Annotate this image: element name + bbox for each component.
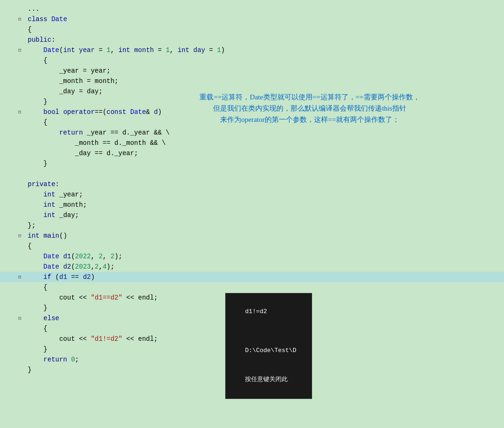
gutter — [0, 169, 26, 179]
gutter: ⊟ — [0, 272, 26, 282]
gutter — [0, 354, 26, 365]
gutter — [0, 24, 26, 35]
code-line: ... — [0, 4, 504, 14]
line-content: } — [26, 158, 504, 169]
line-content: Date(int year = 1, int month = 1, int da… — [26, 45, 504, 55]
gutter: ⊟ — [0, 107, 26, 117]
line-content: _year = year; — [26, 66, 504, 76]
annotation-bubble: 重载==运算符，Date类型就可以使用==运算符了，==需要两个操作数， 但是我… — [127, 91, 493, 125]
code-line: }; — [0, 220, 504, 231]
fold-icon[interactable]: ⊟ — [16, 274, 23, 280]
line-content: int _month; — [26, 200, 504, 210]
line-content: if (d1 == d2) — [26, 272, 504, 282]
code-line: private: — [0, 179, 504, 189]
editor-container: ... ⊟ class Date { public: ⊟ Date(int ye… — [0, 0, 504, 428]
line-content: { — [26, 282, 504, 293]
gutter — [0, 4, 26, 14]
fold-icon[interactable]: ⊟ — [16, 233, 23, 239]
gutter: ⊟ — [0, 231, 26, 241]
tooltip-line3: D:\Code\Test\D — [245, 347, 296, 354]
annotation-line-1: 重载==运算符，Date类型就可以使用==运算符了，==需要两个操作数， — [127, 91, 493, 103]
annotation-line-2: 但是我们在类内实现的，那么默认编译器会帮我们传递this指针 — [127, 103, 493, 114]
line-content: { — [26, 24, 504, 35]
code-line: int _year; — [0, 189, 504, 200]
gutter — [0, 117, 26, 128]
code-line: } — [0, 158, 504, 169]
gutter — [0, 251, 26, 262]
code-line: ⊟ Date(int year = 1, int month = 1, int … — [0, 45, 504, 55]
fold-icon[interactable]: ⊟ — [16, 16, 23, 23]
line-content: _day == d._year; — [26, 148, 504, 158]
gutter — [0, 262, 26, 272]
gutter — [0, 241, 26, 251]
gutter — [0, 66, 26, 76]
gutter — [0, 179, 26, 189]
line-content: public: — [26, 35, 504, 45]
gutter — [0, 97, 26, 107]
code-line: _month = month; — [0, 76, 504, 86]
gutter — [0, 189, 26, 200]
gutter — [0, 76, 26, 86]
gutter — [0, 55, 26, 66]
code-line: Date d2(2023,2,4); — [0, 262, 504, 272]
code-line: _year = year; — [0, 66, 504, 76]
line-content: Date d1(2022, 2, 2); — [26, 251, 504, 262]
line-content: int main() — [26, 231, 504, 241]
gutter — [0, 35, 26, 45]
code-line — [0, 169, 504, 179]
code-line: ⊟ class Date — [0, 14, 504, 24]
gutter: ⊟ — [0, 313, 26, 323]
fold-icon[interactable]: ⊟ — [16, 315, 23, 322]
code-line: ⊟ int main() — [0, 231, 504, 241]
line-content: return _year == d._year && \ — [26, 128, 504, 138]
line-content: _month == d._month && \ — [26, 138, 504, 148]
code-line: Date d1(2022, 2, 2); — [0, 251, 504, 262]
gutter — [0, 128, 26, 138]
gutter — [0, 323, 26, 334]
code-line: _month == d._month && \ — [0, 138, 504, 148]
gutter — [0, 138, 26, 148]
gutter — [0, 200, 26, 210]
code-line: _day == d._year; — [0, 148, 504, 158]
gutter — [0, 158, 26, 169]
code-line: int _day; — [0, 210, 504, 220]
gutter: ⊟ — [0, 14, 26, 24]
code-line: { — [0, 282, 504, 293]
line-content: class Date — [26, 14, 504, 24]
code-line-highlighted: ⊟ if (d1 == d2) — [0, 272, 504, 282]
line-content: }; — [26, 220, 504, 231]
gutter — [0, 344, 26, 354]
gutter — [0, 210, 26, 220]
line-content: _month = month; — [26, 76, 504, 86]
gutter — [0, 303, 26, 313]
code-line: { — [0, 24, 504, 35]
code-line: { — [0, 55, 504, 66]
tooltip-box: d1!=d2 D:\Code\Test\D 按任意键关闭此 — [225, 293, 312, 399]
gutter: ⊟ — [0, 45, 26, 55]
annotation-line-3: 来作为operator的第一个参数，这样==就有两个操作数了； — [127, 114, 493, 125]
code-line: { — [0, 241, 504, 251]
line-content — [26, 169, 504, 179]
code-line: int _month; — [0, 200, 504, 210]
line-content: Date d2(2023,2,4); — [26, 262, 504, 272]
line-content: int _year; — [26, 189, 504, 200]
line-content: ... — [26, 4, 504, 14]
gutter — [0, 220, 26, 231]
gutter — [0, 293, 26, 303]
gutter — [0, 148, 26, 158]
gutter — [0, 86, 26, 97]
fold-icon[interactable]: ⊟ — [16, 109, 23, 115]
line-content: private: — [26, 179, 504, 189]
gutter — [0, 334, 26, 344]
gutter — [0, 365, 26, 375]
code-line: return _year == d._year && \ — [0, 128, 504, 138]
tooltip-line4: 按任意键关闭此 — [245, 376, 288, 383]
line-content: { — [26, 241, 504, 251]
line-content: { — [26, 55, 504, 66]
line-content: int _day; — [26, 210, 504, 220]
fold-icon[interactable]: ⊟ — [16, 47, 23, 53]
tooltip-line1: d1!=d2 — [245, 308, 267, 315]
gutter — [0, 282, 26, 293]
code-line: public: — [0, 35, 504, 45]
